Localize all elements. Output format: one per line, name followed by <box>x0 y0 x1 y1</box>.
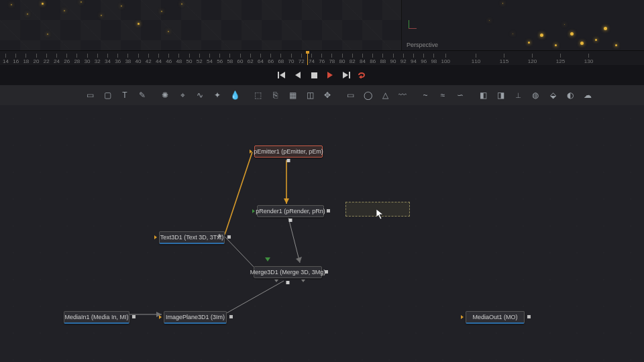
ruler-tick: 24 <box>54 54 60 64</box>
ruler-tick: 74 <box>309 54 315 64</box>
ruler-tick: 86 <box>370 54 376 64</box>
node-output-port-b[interactable] <box>289 219 292 222</box>
transform-icon[interactable]: ✥ <box>322 90 333 101</box>
ruler-tick: 62 <box>248 54 254 64</box>
node-mediaout1[interactable]: MediaOut1 (MO) <box>466 311 525 324</box>
node-output-port[interactable] <box>327 209 330 213</box>
glow-icon[interactable]: ✦ <box>212 90 223 101</box>
node-output-port[interactable] <box>527 315 531 318</box>
ruler-tick: 82 <box>350 54 356 64</box>
last-frame-button[interactable] <box>341 70 351 80</box>
ruler-tick: 72 <box>299 54 305 64</box>
ruler-tick: 42 <box>146 54 152 64</box>
ruler-tick: 22 <box>44 54 50 64</box>
3d-b-icon[interactable]: ◍ <box>530 90 541 101</box>
node-input-port[interactable] <box>159 315 162 319</box>
svg-marker-12 <box>376 209 383 219</box>
node-input-port[interactable] <box>461 315 464 319</box>
ruler-tick: 38 <box>125 54 131 64</box>
ruler-tick: 125 <box>556 54 565 64</box>
brush-icon[interactable]: ✎ <box>137 90 148 101</box>
media-out-icon[interactable]: ⎘ <box>270 90 280 101</box>
flow-area[interactable]: pEmitter1 (pEmitter, pEm) pRender1 (pRen… <box>0 105 644 362</box>
rect-marquee-icon[interactable]: ▭ <box>345 90 356 101</box>
ruler-tick: 46 <box>166 54 172 64</box>
ruler-tick: 36 <box>115 54 121 64</box>
toolbar-group: ▭◯△〰 <box>345 90 408 101</box>
viewer-right[interactable]: Perspective <box>401 0 644 50</box>
path-icon[interactable]: ∿ <box>195 90 205 101</box>
node-output-port[interactable] <box>229 315 233 318</box>
node-output-port[interactable] <box>132 315 136 318</box>
prev-frame-button[interactable] <box>293 70 303 80</box>
ruler-tick: 100 <box>441 54 450 64</box>
ruler-tick: 52 <box>197 54 203 64</box>
ruler-tick: 44 <box>156 54 162 64</box>
node-text3d1[interactable]: Text3D1 (Text 3D, 3Txt) ◈ <box>159 231 225 244</box>
ruler-tick: 60 <box>237 54 244 64</box>
warp-a-icon[interactable]: ~ <box>420 90 431 101</box>
mask-rect-icon[interactable]: ▢ <box>102 90 113 101</box>
cursor-icon <box>376 209 384 220</box>
ruler-tick: 28 <box>74 54 80 64</box>
node-output-port[interactable] <box>227 235 231 239</box>
rectangle-icon[interactable]: ▭ <box>85 90 95 101</box>
fade-icon[interactable]: ◐ <box>565 90 576 101</box>
ruler-tick: 30 <box>85 54 91 64</box>
wand-icon[interactable]: ✺ <box>160 90 170 101</box>
transport-controls <box>277 70 367 80</box>
ruler-tick: 110 <box>472 54 480 64</box>
viewer-area: Perspective <box>0 0 644 50</box>
node-imageplane3d1[interactable]: ImagePlane3D1 (3Im) <box>164 311 227 324</box>
3d-c-icon[interactable]: ⬙ <box>547 90 558 101</box>
node-input-port[interactable] <box>252 209 255 213</box>
color-b-icon[interactable]: ◨ <box>495 90 506 101</box>
ruler-tick: 48 <box>176 54 182 64</box>
node-input-port-b[interactable] <box>301 280 305 282</box>
perspective-label: Perspective <box>407 42 438 48</box>
ruler-tick: 120 <box>528 54 537 64</box>
ruler-tick: 68 <box>278 54 284 64</box>
node-merge3d1[interactable]: Merge3D1 (Merge 3D, 3Mg) <box>254 266 322 278</box>
text-icon[interactable]: T <box>119 90 130 101</box>
node-label: MediaOut1 (MO) <box>472 314 517 320</box>
node-label: Text3D1 (Text 3D, 3Txt) <box>160 234 224 241</box>
color-a-icon[interactable]: ◧ <box>478 90 488 101</box>
node-input-port[interactable] <box>250 149 252 154</box>
drop-icon[interactable]: 💧 <box>229 90 240 101</box>
merge-icon[interactable]: ◫ <box>305 90 315 101</box>
media-in-icon[interactable]: ⬚ <box>252 90 263 101</box>
cloud-icon[interactable]: ☁ <box>582 90 593 101</box>
node-mediain1[interactable]: MediaIn1 (Media In, MI) <box>64 311 129 324</box>
loop-button[interactable] <box>358 70 367 80</box>
warp-c-icon[interactable]: ∽ <box>455 90 466 101</box>
ruler-tick: 70 <box>288 54 294 64</box>
playhead[interactable] <box>307 51 308 66</box>
ruler-tick: 96 <box>421 54 427 64</box>
3d-a-icon[interactable]: ⟂ <box>513 90 523 101</box>
node-input-port-a[interactable] <box>274 280 278 282</box>
node-pemitter1[interactable]: pEmitter1 (pEmitter, pEm) <box>254 145 323 158</box>
ruler-tick: 115 <box>500 54 508 64</box>
node-output-port[interactable] <box>325 270 328 274</box>
ruler-tick: 66 <box>268 54 274 64</box>
warp-b-icon[interactable]: ≈ <box>437 90 448 101</box>
stop-button[interactable] <box>309 70 319 80</box>
node-prender1[interactable]: pRender1 (pRender, pRn) <box>257 205 324 217</box>
node-input-port[interactable] <box>154 235 157 239</box>
time-ruler[interactable]: 1416182022242628303234363840424446485052… <box>0 50 644 66</box>
node-output-port[interactable] <box>287 159 290 162</box>
node-output-port-b[interactable] <box>286 281 290 284</box>
bspline-icon[interactable]: 〰 <box>397 90 408 101</box>
first-frame-button[interactable] <box>277 70 286 80</box>
eye-icon[interactable]: ◈ <box>217 233 221 239</box>
play-button[interactable] <box>325 70 335 80</box>
polyline-icon[interactable]: △ <box>380 90 390 101</box>
svg-marker-9 <box>296 257 302 263</box>
tracker-icon[interactable]: ⌖ <box>177 90 188 101</box>
mid-bar <box>0 65 644 86</box>
svg-rect-0 <box>278 72 279 78</box>
viewer-left[interactable] <box>0 0 401 50</box>
background-icon[interactable]: ▦ <box>287 90 298 101</box>
ellipse-icon[interactable]: ◯ <box>362 90 373 101</box>
